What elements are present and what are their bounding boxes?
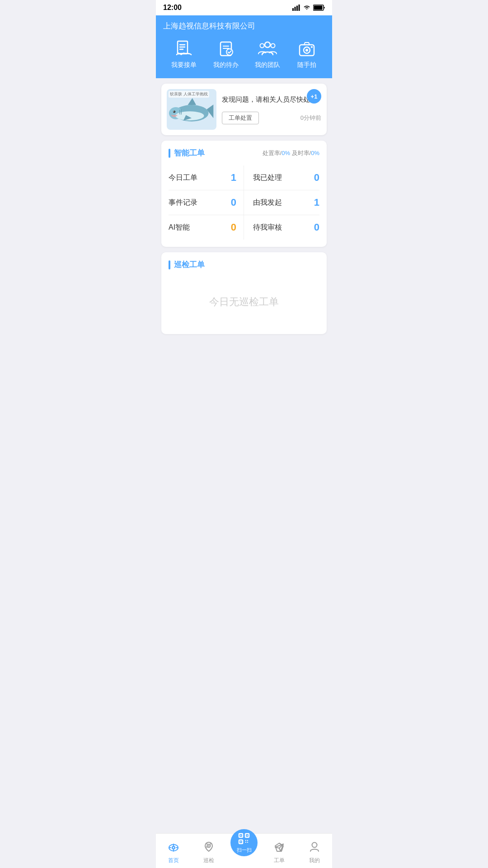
work-order-btn[interactable]: 工单处置 xyxy=(222,112,259,124)
svg-point-15 xyxy=(260,44,264,48)
pending-btn[interactable]: 我的待办 xyxy=(213,38,239,69)
inspection-title-wrap: 巡检工单 xyxy=(169,259,205,270)
receive-order-label: 我要接单 xyxy=(171,61,197,69)
team-icon xyxy=(258,38,277,58)
work-order-title: 智能工单 xyxy=(174,148,205,158)
photo-label: 随手拍 xyxy=(297,61,316,69)
stat-cell-event[interactable]: 事件记录 0 xyxy=(169,190,244,215)
svg-point-24 xyxy=(173,111,175,113)
inspection-empty: 今日无巡检工单 xyxy=(169,277,319,327)
wifi-icon xyxy=(303,5,310,10)
event-value: 0 xyxy=(231,197,236,208)
product-label: 软亲肤 人体工学抱枕 xyxy=(169,91,209,98)
work-order-section: 智能工单 处置率/0% 及时率/0% 今日工单 1 我已处理 0 事件记录 0 … xyxy=(161,141,327,247)
pending-review-label: 待我审核 xyxy=(253,223,282,232)
svg-rect-1 xyxy=(295,7,296,11)
team-label: 我的团队 xyxy=(255,61,280,69)
battery-icon xyxy=(313,5,325,11)
svg-rect-3 xyxy=(299,5,300,11)
svg-point-25 xyxy=(174,111,174,112)
stat-cell-pending-review[interactable]: 待我审核 0 xyxy=(244,215,319,240)
notification-card: 软亲肤 人体工学抱枕 xyxy=(161,84,327,135)
product-image: 软亲肤 人体工学抱枕 xyxy=(167,89,216,130)
notification-content: 发现问题，请相关人员尽快处置 工单处置 0分钟前 xyxy=(222,94,321,125)
stat-cell-processed[interactable]: 我已处理 0 xyxy=(244,165,319,190)
section-bar xyxy=(169,149,170,158)
svg-rect-5 xyxy=(314,6,323,10)
initiated-value: 1 xyxy=(314,197,319,208)
svg-point-19 xyxy=(305,49,308,52)
main-content: 软亲肤 人体工学抱枕 xyxy=(156,84,332,376)
svg-point-20 xyxy=(311,46,313,48)
notification-footer: 工单处置 0分钟前 xyxy=(222,112,321,124)
pending-icon xyxy=(216,38,236,58)
notification-time: 0分钟前 xyxy=(300,114,321,122)
section-title-wrap: 智能工单 xyxy=(169,148,205,158)
header-actions: 我要接单 我的待办 xyxy=(163,38,325,69)
inspection-header: 巡检工单 xyxy=(169,259,319,270)
notification-text: 发现问题，请相关人员尽快处置 xyxy=(222,94,321,105)
app-header: 上海趋视信息科技有限公司 我要接单 xyxy=(156,15,332,78)
photo-icon xyxy=(297,38,317,58)
stat-cell-ai[interactable]: AI智能 0 xyxy=(169,215,244,240)
processed-value: 0 xyxy=(314,172,319,184)
svg-point-16 xyxy=(271,44,275,48)
receive-order-btn[interactable]: 我要接单 xyxy=(171,38,197,69)
stats-grid: 今日工单 1 我已处理 0 事件记录 0 由我发起 1 AI智能 0 待 xyxy=(169,165,319,240)
pending-label: 我的待办 xyxy=(213,61,239,69)
company-name: 上海趋视信息科技有限公司 xyxy=(163,21,325,31)
receive-order-icon xyxy=(174,38,194,58)
status-bar: 12:00 xyxy=(156,0,332,15)
work-order-stats: 处置率/0% 及时率/0% xyxy=(263,149,319,157)
ai-label: AI智能 xyxy=(169,223,190,232)
inspection-section: 巡检工单 今日无巡检工单 xyxy=(161,252,327,334)
event-label: 事件记录 xyxy=(169,198,197,208)
initiated-label: 由我发起 xyxy=(253,198,282,208)
section-header: 智能工单 处置率/0% 及时率/0% xyxy=(169,148,319,158)
plus-badge: +1 xyxy=(307,89,321,104)
inspection-title: 巡检工单 xyxy=(174,259,205,270)
stat-cell-initiated[interactable]: 由我发起 1 xyxy=(244,190,319,215)
status-time: 12:00 xyxy=(163,4,182,12)
svg-point-14 xyxy=(265,42,270,47)
today-order-label: 今日工单 xyxy=(169,173,197,183)
svg-rect-2 xyxy=(296,6,298,11)
ai-value: 0 xyxy=(231,222,236,233)
svg-rect-0 xyxy=(292,8,294,11)
inspection-bar xyxy=(169,260,170,269)
pending-review-value: 0 xyxy=(314,222,319,233)
status-icons xyxy=(292,5,325,11)
photo-btn[interactable]: 随手拍 xyxy=(297,38,317,69)
processed-label: 我已处理 xyxy=(253,173,282,183)
today-order-value: 1 xyxy=(231,172,236,184)
stat-cell-today-order[interactable]: 今日工单 1 xyxy=(169,165,244,190)
team-btn[interactable]: 我的团队 xyxy=(255,38,280,69)
signal-icon xyxy=(292,5,300,11)
